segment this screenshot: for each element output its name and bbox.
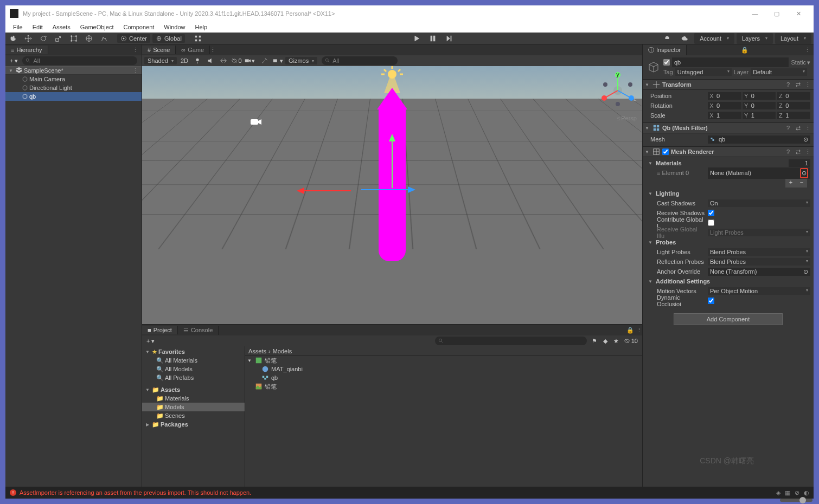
component-menu-icon[interactable]: ⋮ — [804, 148, 811, 156]
gizmos-dropdown[interactable]: Gizmos — [285, 57, 317, 64]
hierarchy-search-input[interactable]: All — [22, 56, 137, 65]
static-dropdown[interactable]: Static ▾ — [791, 59, 810, 66]
mesh-object-field[interactable]: qb ⊙ — [708, 135, 810, 144]
materials-size-field[interactable]: 1 — [789, 159, 810, 167]
rotation-x-field[interactable]: X0 — [708, 102, 741, 109]
pause-button[interactable] — [425, 33, 440, 44]
scene-camera-settings-icon[interactable]: ▾ — [272, 56, 283, 66]
material-element0-field[interactable]: None (Material) ⊙ — [708, 167, 810, 179]
menu-gameobject[interactable]: GameObject — [76, 23, 118, 31]
audio-toggle-icon[interactable] — [205, 56, 216, 66]
hidden-packages-count[interactable]: 10 — [622, 338, 640, 344]
asset-mat-qianbi[interactable]: MAT_qianbi — [245, 365, 642, 373]
add-component-button[interactable]: Add Component — [674, 313, 783, 325]
favorites-header[interactable]: ▼★Favorites — [142, 347, 245, 356]
transform-tool-icon[interactable] — [81, 33, 97, 44]
project-search-input[interactable] — [435, 337, 587, 345]
step-button[interactable] — [442, 33, 457, 44]
mesh-filter-header[interactable]: ▼ Qb (Mesh Filter) ? ⇄ ⋮ — [643, 122, 814, 133]
mesh-renderer-header[interactable]: ▼ Mesh Renderer ? ⇄ ⋮ — [643, 146, 814, 157]
position-z-field[interactable]: Z0 — [777, 92, 810, 100]
mesh-renderer-enabled-checkbox[interactable] — [662, 148, 669, 155]
hidden-count[interactable]: 0 — [231, 56, 242, 66]
folder-scenes[interactable]: 📁 Scenes — [142, 411, 245, 420]
scene-camera-icon[interactable]: ▾ — [244, 56, 255, 66]
menu-window[interactable]: Window — [159, 23, 189, 31]
position-y-field[interactable]: Y0 — [743, 92, 776, 100]
light-probes-dropdown[interactable]: Blend Probes — [708, 248, 810, 256]
layer-dropdown[interactable]: Default — [751, 68, 807, 76]
rotation-z-field[interactable]: Z0 — [777, 102, 810, 109]
asset-pencil-model[interactable]: ▼铅笔 — [245, 356, 642, 365]
object-picker-icon[interactable]: ⊙ — [803, 268, 808, 275]
hierarchy-create-button[interactable]: + ▾ — [8, 57, 20, 64]
menu-help[interactable]: Help — [190, 23, 212, 31]
fx-toggle-icon[interactable] — [218, 56, 229, 66]
inspector-lock-icon[interactable]: 🔒 — [741, 47, 748, 54]
inspector-menu-icon[interactable]: ⋮ — [804, 47, 810, 54]
menu-component[interactable]: Component — [119, 23, 158, 31]
probes-foldout[interactable]: ▼Probes — [646, 237, 810, 247]
materials-add-button[interactable]: + — [785, 179, 796, 188]
scale-z-field[interactable]: Z1 — [777, 112, 810, 119]
fav-all-prefabs[interactable]: 🔍 All Prefabs — [142, 373, 245, 382]
projection-label[interactable]: Persp — [617, 115, 637, 121]
tab-console[interactable]: ☰ Console — [178, 326, 219, 335]
cast-shadows-dropdown[interactable]: On — [708, 199, 810, 207]
close-button[interactable]: ✕ — [788, 10, 809, 17]
scene-search-input[interactable]: All — [322, 56, 398, 65]
contribute-gi-checkbox[interactable] — [708, 219, 714, 226]
move-gizmo-x-icon[interactable] — [297, 185, 351, 196]
hierarchy-menu-icon[interactable]: ⋮ — [132, 47, 138, 54]
fav-all-materials[interactable]: 🔍 All Materials — [142, 356, 245, 365]
snap-toggle-icon[interactable] — [190, 33, 206, 44]
project-menu-icon[interactable]: ⋮ — [636, 327, 642, 334]
rect-tool-icon[interactable] — [66, 33, 81, 44]
receive-shadows-checkbox[interactable] — [708, 210, 714, 216]
help-icon[interactable]: ? — [784, 148, 792, 155]
gameobject-name-field[interactable] — [672, 57, 789, 67]
additional-settings-foldout[interactable]: ▼Additional Settings — [646, 276, 810, 286]
scale-x-field[interactable]: X1 — [708, 112, 741, 119]
hierarchy-item-main-camera[interactable]: Main Camera — [5, 75, 142, 83]
help-icon[interactable]: ? — [784, 125, 792, 131]
gameobject-cube-icon[interactable] — [646, 60, 661, 75]
search-by-label-icon[interactable]: ◆ — [600, 338, 611, 345]
anchor-override-field[interactable]: None (Transform)⊙ — [708, 268, 810, 276]
folder-models[interactable]: 📁 Models — [142, 403, 245, 411]
hand-tool-icon[interactable] — [5, 33, 21, 44]
handle-rotation-toggle[interactable]: Global — [152, 34, 185, 43]
pivot-toggle[interactable]: Center — [117, 34, 150, 43]
tab-hierarchy[interactable]: ≡ Hierarchy — [5, 46, 48, 54]
cloud-icon[interactable] — [677, 33, 692, 44]
packages-folder[interactable]: ▶📁 Packages — [142, 420, 245, 429]
move-gizmo-y-icon[interactable] — [387, 134, 398, 188]
component-menu-icon[interactable]: ⋮ — [804, 81, 811, 88]
hierarchy-item-directional-light[interactable]: Directional Light — [5, 83, 142, 92]
rotate-tool-icon[interactable] — [36, 33, 51, 44]
menu-edit[interactable]: Edit — [28, 23, 47, 31]
tag-dropdown[interactable]: Untagged — [675, 68, 732, 76]
lighting-toggle-icon[interactable] — [192, 56, 203, 66]
preset-icon[interactable]: ⇄ — [794, 125, 802, 132]
status-bar[interactable]: ! AssetImporter is referencing an asset … — [5, 487, 814, 499]
account-dropdown[interactable]: Account — [694, 33, 734, 44]
2d-toggle[interactable]: 2D — [179, 56, 190, 66]
tab-scene[interactable]: # Scene — [142, 46, 176, 54]
help-icon[interactable]: ? — [784, 81, 792, 88]
move-tool-icon[interactable] — [21, 33, 36, 44]
tab-inspector[interactable]: ⓘ Inspector — [643, 45, 687, 55]
scene-context-icon[interactable]: ⋮ — [132, 67, 138, 74]
minimize-button[interactable]: — — [744, 10, 766, 17]
move-gizmo-z-icon[interactable] — [361, 184, 415, 195]
motion-vectors-dropdown[interactable]: Per Object Motion — [708, 287, 810, 295]
gameobject-active-checkbox[interactable] — [663, 59, 670, 66]
orientation-gizmo-icon[interactable]: y z — [599, 72, 637, 109]
status-icon-3[interactable]: ⊘ — [795, 489, 799, 496]
menu-assets[interactable]: Assets — [48, 23, 75, 31]
tab-game[interactable]: ∞ Game — [176, 46, 210, 54]
asset-qb-mesh[interactable]: qb — [245, 373, 642, 382]
dynamic-occlusion-checkbox[interactable] — [708, 298, 714, 304]
status-icon-2[interactable]: ▦ — [785, 489, 790, 496]
layout-dropdown[interactable]: Layout — [775, 33, 811, 44]
